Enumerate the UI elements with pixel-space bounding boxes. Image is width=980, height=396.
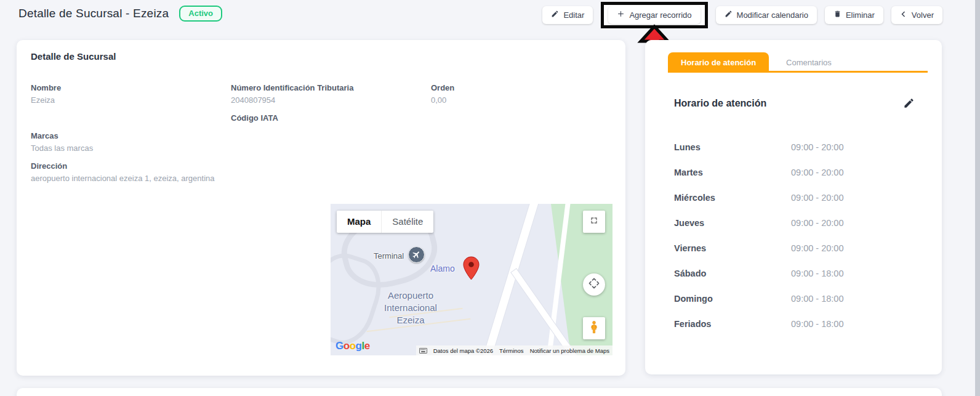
field-label: Número Identificación Tributaria	[231, 84, 353, 92]
schedule-card: Horario de atención Comentarios Horario …	[645, 40, 942, 374]
field-marcas: Marcas Todas las marcas	[31, 132, 93, 152]
trash-icon	[833, 10, 841, 20]
add-route-button[interactable]: Agregar recorrido	[608, 6, 700, 24]
fullscreen-button[interactable]	[583, 211, 605, 233]
delete-button[interactable]: Eliminar	[825, 6, 883, 24]
map-pin-icon[interactable]	[463, 256, 480, 283]
schedule-row: Miércoles 09:00 - 20:00	[674, 193, 917, 218]
field-nombre: Nombre Ezeiza	[31, 84, 61, 104]
map-data-attribution: Datos del mapa ©2026	[430, 347, 496, 354]
hours-value: 09:00 - 18:00	[791, 269, 843, 294]
back-button[interactable]: Volver	[891, 6, 942, 24]
schedule-tabs: Horario de atención Comentarios	[668, 52, 928, 73]
edit-schedule-button[interactable]	[903, 97, 915, 109]
hours-value: 09:00 - 20:00	[791, 218, 843, 243]
day-label: Sábado	[674, 269, 791, 294]
field-value: 2040807954	[231, 96, 353, 104]
modify-calendar-button[interactable]: Modificar calendario	[716, 6, 817, 24]
button-label: Agregar recorrido	[629, 10, 691, 20]
hours-value: 09:00 - 20:00	[791, 243, 843, 269]
pan-arrows-icon	[586, 275, 602, 294]
field-orden: Orden 0,00	[431, 84, 454, 104]
keyboard-shortcuts-icon[interactable]	[416, 348, 430, 354]
logo-letter: o	[350, 340, 356, 352]
field-value: Todas las marcas	[31, 144, 93, 152]
scrollbar-track[interactable]	[975, 0, 980, 396]
field-codigo-iata: Código IATA	[231, 114, 278, 126]
annotation-highlight-box: Agregar recorrido	[601, 2, 707, 28]
edit-button[interactable]: Editar	[542, 6, 593, 24]
field-label: Dirección	[31, 162, 214, 170]
button-label: Eliminar	[846, 10, 875, 20]
tab-horario-de-atencion[interactable]: Horario de atención	[668, 52, 769, 71]
day-label: Miércoles	[674, 193, 791, 218]
field-nit: Número Identificación Tributaria 2040807…	[231, 84, 353, 104]
schedule-row: Jueves 09:00 - 20:00	[674, 218, 917, 243]
button-label: Volver	[912, 10, 934, 20]
schedule-row: Lunes 09:00 - 20:00	[674, 142, 917, 168]
map-type-satellite-button[interactable]: Satélite	[381, 211, 433, 233]
day-label: Domingo	[674, 294, 791, 319]
fullscreen-icon	[589, 216, 599, 228]
bottom-card	[17, 388, 942, 396]
map-airport-label: Aeropuerto Internacional Ezeiza	[358, 289, 463, 326]
logo-letter: G	[335, 340, 343, 352]
plus-icon	[617, 10, 625, 20]
logo-letter: o	[343, 340, 350, 352]
tab-comentarios[interactable]: Comentarios	[769, 52, 849, 71]
pegman-button[interactable]	[583, 317, 605, 339]
field-value: 0,00	[431, 96, 454, 104]
button-label: Modificar calendario	[737, 10, 808, 20]
schedule-rows: Lunes 09:00 - 20:00 Martes 09:00 - 20:00…	[674, 142, 917, 344]
google-map[interactable]: Terminal Alamo Aeropuerto Internacional …	[331, 204, 612, 355]
hours-value: 09:00 - 20:00	[791, 193, 843, 218]
schedule-row: Feriados 09:00 - 18:00	[674, 319, 917, 344]
day-label: Viernes	[674, 243, 791, 269]
field-value: aeropuerto internacional ezeiza 1, ezeiz…	[31, 174, 214, 182]
google-logo: Google	[335, 340, 370, 352]
map-terminal-label: Terminal	[374, 251, 404, 261]
airport-label-line: Ezeiza	[358, 314, 463, 326]
schedule-header: Horario de atención	[674, 97, 915, 109]
map-terms-link[interactable]: Términos	[496, 347, 527, 354]
chevron-left-icon	[900, 10, 907, 20]
detail-card-title: Detalle de Sucursal	[31, 51, 116, 62]
page-header: Detalle de Sucursal - Ezeiza Activo	[18, 6, 222, 22]
schedule-row: Sábado 09:00 - 18:00	[674, 269, 917, 294]
airport-label-line: Aeropuerto	[358, 289, 463, 302]
map-road	[481, 204, 540, 355]
schedule-row: Martes 09:00 - 20:00	[674, 168, 917, 193]
map-type-control: Mapa Satélite	[337, 211, 433, 233]
pencil-icon	[725, 10, 733, 20]
map-type-map-button[interactable]: Mapa	[337, 211, 381, 233]
pencil-icon	[551, 10, 559, 20]
pegman-icon	[588, 320, 600, 336]
field-direccion: Dirección aeropuerto internacional ezeiz…	[31, 162, 214, 182]
schedule-row: Domingo 09:00 - 18:00	[674, 294, 917, 319]
logo-letter: g	[356, 340, 362, 352]
scrollbar-thumb[interactable]	[975, 0, 980, 396]
button-label: Editar	[563, 10, 584, 20]
field-value: Ezeiza	[31, 96, 61, 104]
field-label: Marcas	[31, 132, 93, 140]
toolbar: Editar Agregar recorrido Modificar calen…	[542, 1, 942, 29]
airport-terminal-icon	[408, 246, 425, 263]
day-label: Lunes	[674, 142, 791, 168]
schedule-heading: Horario de atención	[674, 98, 766, 109]
field-label: Código IATA	[231, 114, 278, 122]
hours-value: 09:00 - 18:00	[791, 294, 843, 319]
hours-value: 09:00 - 20:00	[791, 142, 843, 168]
schedule-row: Viernes 09:00 - 20:00	[674, 243, 917, 269]
field-label: Orden	[431, 84, 454, 92]
map-report-problem-link[interactable]: Notificar un problema de Maps	[527, 347, 612, 354]
status-badge: Activo	[179, 6, 222, 22]
page-title: Detalle de Sucursal - Ezeiza	[18, 7, 169, 20]
pan-control[interactable]	[583, 273, 605, 296]
hours-value: 09:00 - 18:00	[791, 319, 843, 344]
map-attribution: Datos del mapa ©2026 Términos Notificar …	[416, 345, 612, 355]
day-label: Jueves	[674, 218, 791, 243]
airport-label-line: Internacional	[358, 302, 463, 314]
branch-detail-card: Detalle de Sucursal Nombre Ezeiza Número…	[17, 40, 625, 376]
day-label: Feriados	[674, 319, 791, 344]
day-label: Martes	[674, 168, 791, 193]
